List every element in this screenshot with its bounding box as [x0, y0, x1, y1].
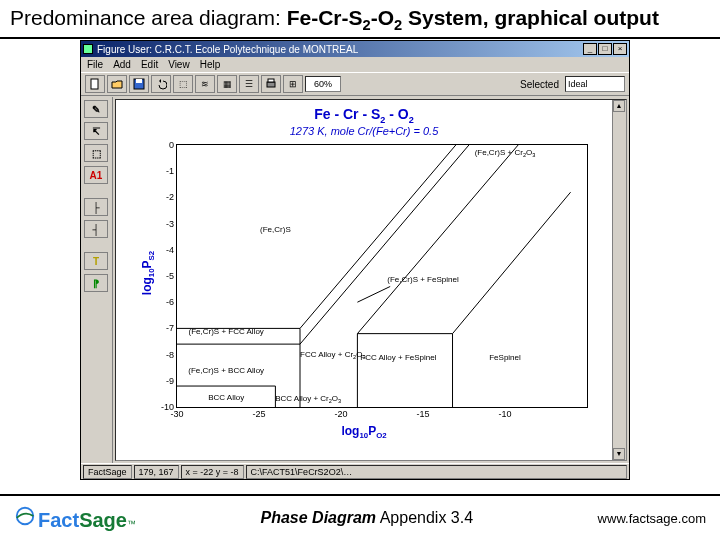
- print-button[interactable]: [261, 75, 281, 93]
- toolbar: ⬚ ≋ ▦ ☰ ⊞ 60% Selected Ideal: [81, 72, 629, 96]
- app-icon: [83, 44, 93, 54]
- tool-button-8[interactable]: ☰: [239, 75, 259, 93]
- status-xy: x = -22 y = -8: [181, 465, 244, 479]
- vertical-scrollbar[interactable]: ▲ ▼: [612, 100, 626, 460]
- y-tick: -8: [166, 350, 177, 360]
- phase-region-label: BCC Alloy: [208, 392, 244, 401]
- palette-select[interactable]: ⬚: [84, 144, 108, 162]
- y-tick: -6: [166, 297, 177, 307]
- menu-view[interactable]: View: [168, 59, 190, 70]
- zoom-field[interactable]: 60%: [305, 76, 341, 92]
- footer-url: www.factsage.com: [598, 511, 706, 526]
- palette-label-tool[interactable]: T: [84, 252, 108, 270]
- y-tick: -2: [166, 192, 177, 202]
- save-button[interactable]: [129, 75, 149, 93]
- menu-edit[interactable]: Edit: [141, 59, 158, 70]
- statusbar: FactSage 179, 167 x = -22 y = -8 C:\FACT…: [81, 463, 629, 479]
- palette-text[interactable]: A1: [84, 166, 108, 184]
- y-tick: -4: [166, 245, 177, 255]
- slide-title: Predominance area diagram: Fe-Cr-S2-O2 S…: [0, 0, 720, 39]
- x-tick: -10: [498, 407, 511, 419]
- svg-line-10: [300, 145, 456, 328]
- status-app: FactSage: [83, 465, 132, 479]
- factsage-logo: FactSage™: [14, 505, 136, 532]
- phase-region-label: (Fe,Cr)S + BCC Alloy: [188, 366, 264, 375]
- tool-button-10[interactable]: ⊞: [283, 75, 303, 93]
- maximize-button[interactable]: □: [598, 43, 612, 55]
- palette-pencil[interactable]: ✎: [84, 100, 108, 118]
- close-button[interactable]: ×: [613, 43, 627, 55]
- minimize-button[interactable]: _: [583, 43, 597, 55]
- scroll-down-icon[interactable]: ▼: [613, 448, 625, 460]
- y-tick: -5: [166, 271, 177, 281]
- x-tick: -25: [252, 407, 265, 419]
- scroll-up-icon[interactable]: ▲: [613, 100, 625, 112]
- tool-button-6[interactable]: ≋: [195, 75, 215, 93]
- menubar: File Add Edit View Help: [81, 57, 629, 72]
- selected-label: Selected: [516, 79, 563, 90]
- selected-field[interactable]: Ideal: [565, 76, 625, 92]
- menu-help[interactable]: Help: [200, 59, 221, 70]
- phase-region-label: FCC Alloy + FeSpinel: [360, 353, 436, 362]
- x-axis-label: log10PO2: [120, 424, 608, 440]
- plot-subtitle: 1273 K, mole Cr/(Fe+Cr) = 0.5: [120, 125, 608, 137]
- y-tick: -3: [166, 219, 177, 229]
- phase-region-label: FeSpinel: [489, 353, 521, 362]
- svg-line-16: [453, 192, 571, 333]
- phase-region-label: (Fe,Cr)S + Cr2O3: [475, 148, 536, 159]
- y-tick: -1: [166, 166, 177, 176]
- new-button[interactable]: [85, 75, 105, 93]
- title-prefix: Predominance area diagram:: [10, 6, 287, 29]
- y-tick: -9: [166, 376, 177, 386]
- x-tick: -30: [170, 407, 183, 419]
- status-path: C:\FACT51\FeCrS2O2\…: [246, 465, 627, 479]
- phase-region-label: BCC Alloy + Cr2O3: [275, 394, 341, 405]
- slide-footer: FactSage™ Phase Diagram Appendix 3.4 www…: [0, 494, 720, 540]
- phase-region-label: FCC Alloy + Cr2O3: [300, 349, 366, 360]
- open-button[interactable]: [107, 75, 127, 93]
- svg-rect-2: [136, 79, 142, 83]
- figure-window: Figure User: C.R.C.T. Ecole Polytechniqu…: [80, 40, 630, 480]
- phase-region-label: (Fe,Cr)S + FCC Alloy: [189, 327, 264, 336]
- svg-line-13: [357, 145, 518, 334]
- phase-region-label: (Fe,Cr)S: [260, 224, 291, 233]
- logo-globe-icon: [14, 505, 36, 527]
- palette-pointer[interactable]: ↸: [84, 122, 108, 140]
- palette-axis-left[interactable]: ├: [84, 198, 108, 216]
- tool-button-5[interactable]: ⬚: [173, 75, 193, 93]
- palette-axis-right[interactable]: ┤: [84, 220, 108, 238]
- menu-add[interactable]: Add: [113, 59, 131, 70]
- status-coords: 179, 167: [134, 465, 179, 479]
- y-tick: 0: [169, 140, 177, 150]
- x-tick: -20: [334, 407, 347, 419]
- palette-legend[interactable]: ⁋: [84, 274, 108, 292]
- y-axis-label: log10PS2: [140, 251, 156, 295]
- plot-title: Fe - Cr - S2 - O2: [120, 106, 608, 125]
- footer-center: Phase Diagram Appendix 3.4: [260, 509, 473, 527]
- undo-button[interactable]: [151, 75, 171, 93]
- y-tick: -7: [166, 323, 177, 333]
- chart-area: 0-1-2-3-4-5-6-7-8-9-10-30-25-20-15-10(Fe…: [176, 144, 588, 408]
- svg-rect-3: [267, 82, 275, 87]
- window-title: Figure User: C.R.C.T. Ecole Polytechniqu…: [97, 44, 358, 55]
- tool-button-7[interactable]: ▦: [217, 75, 237, 93]
- menu-file[interactable]: File: [87, 59, 103, 70]
- titlebar[interactable]: Figure User: C.R.C.T. Ecole Polytechniqu…: [81, 41, 629, 57]
- plot: Fe - Cr - S2 - O2 1273 K, mole Cr/(Fe+Cr…: [120, 104, 608, 442]
- plot-canvas: Fe - Cr - S2 - O2 1273 K, mole Cr/(Fe+Cr…: [115, 99, 627, 461]
- svg-line-11: [300, 145, 469, 344]
- x-tick: -15: [416, 407, 429, 419]
- svg-rect-4: [268, 79, 274, 82]
- svg-rect-0: [91, 79, 98, 89]
- phase-region-label: (Fe,Cr)S + FeSpinel: [387, 274, 458, 283]
- svg-line-17: [357, 286, 390, 302]
- workspace: ✎ ↸ ⬚ A1 ├ ┤ T ⁋ Fe - Cr - S2 - O2 1273 …: [81, 97, 629, 463]
- tool-palette: ✎ ↸ ⬚ A1 ├ ┤ T ⁋: [81, 97, 113, 463]
